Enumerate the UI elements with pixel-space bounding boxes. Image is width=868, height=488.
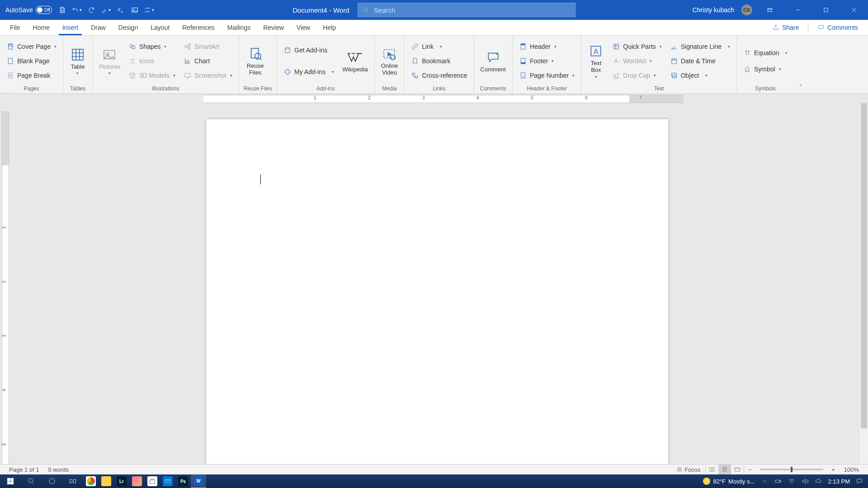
taskbar-chrome[interactable] — [83, 474, 99, 488]
web-layout-button[interactable] — [731, 465, 744, 474]
reuse-files-button[interactable]: Reuse Files — [244, 45, 267, 77]
search-box[interactable] — [358, 3, 576, 17]
taskbar-explorer[interactable] — [99, 474, 114, 488]
text-box-button[interactable]: A TextBox ▾ — [586, 42, 606, 80]
equation-dropdown[interactable]: ▾ — [783, 47, 789, 59]
cortana-button[interactable] — [42, 474, 62, 488]
insert-image-icon[interactable] — [129, 4, 141, 16]
online-video-button[interactable]: OnlineVideo — [379, 45, 400, 77]
link-dropdown[interactable]: ▾ — [437, 40, 444, 53]
bookmark-button[interactable]: Bookmark — [409, 55, 469, 67]
tab-view[interactable]: View — [290, 20, 316, 35]
get-addins-button[interactable]: Get Add-ins — [282, 44, 336, 56]
page[interactable] — [206, 119, 668, 488]
close-icon[interactable] — [844, 0, 864, 20]
tab-review[interactable]: Review — [257, 20, 290, 35]
zoom-slider-thumb[interactable] — [791, 467, 793, 472]
tray-chevron-up-icon[interactable] — [760, 477, 769, 485]
share-button[interactable]: Share — [772, 24, 799, 31]
ribbon-display-icon[interactable] — [760, 0, 780, 20]
redo-icon[interactable] — [85, 4, 97, 16]
cover-page-button[interactable]: Cover Page▾ — [5, 40, 58, 53]
taskbar-word[interactable]: W — [191, 474, 206, 488]
object-button[interactable]: Object — [668, 69, 701, 82]
customize-qat-icon[interactable]: ▾ — [143, 4, 155, 16]
save-icon[interactable] — [57, 4, 68, 16]
drop-cap-button[interactable]: A Drop Cap▾ — [610, 69, 663, 82]
footer-button[interactable]: Footer▾ — [517, 55, 576, 67]
ruler-vertical[interactable]: 1 2 3 4 5 — [0, 103, 11, 468]
collapse-ribbon-icon[interactable]: ˄ — [794, 36, 807, 94]
user-name[interactable]: Christy kubach — [692, 6, 734, 14]
tab-references[interactable]: References — [176, 20, 221, 35]
action-center-icon[interactable] — [855, 477, 863, 485]
tray-onedrive-icon[interactable] — [815, 477, 823, 485]
scrollbar-vertical[interactable] — [860, 103, 868, 468]
tab-home[interactable]: Home — [27, 20, 56, 35]
blank-page-button[interactable]: Blank Page — [5, 55, 58, 67]
undo-icon[interactable]: ▾ — [71, 4, 83, 16]
shapes-button[interactable]: Shapes▾ — [127, 40, 177, 53]
date-time-button[interactable]: Date & Time — [668, 55, 732, 67]
tab-file[interactable]: File — [4, 20, 27, 35]
link-button[interactable]: Link — [409, 40, 435, 53]
cross-reference-button[interactable]: Cross-reference — [409, 69, 469, 82]
taskbar-photos[interactable] — [129, 474, 145, 488]
comment-button[interactable]: Comment — [479, 48, 508, 74]
zoom-slider[interactable] — [760, 469, 823, 470]
tray-volume-icon[interactable] — [801, 477, 809, 485]
tab-layout[interactable]: Layout — [144, 20, 176, 35]
autosave-switch[interactable]: Off — [36, 6, 52, 14]
tray-battery-icon[interactable] — [774, 477, 782, 485]
comments-button[interactable]: Comments — [817, 24, 858, 31]
user-avatar[interactable]: CK — [741, 5, 752, 15]
icons-button[interactable]: Icons — [127, 55, 177, 67]
maximize-icon[interactable] — [816, 0, 836, 20]
brush-icon[interactable]: ▾ — [100, 4, 112, 16]
zoom-in-button[interactable]: + — [827, 466, 840, 473]
zoom-level[interactable]: 100% — [840, 466, 863, 473]
signature-line-dropdown[interactable]: ▾ — [725, 40, 732, 53]
quick-parts-button[interactable]: Quick Parts▾ — [610, 40, 663, 53]
object-dropdown[interactable]: ▾ — [703, 69, 709, 82]
tab-help[interactable]: Help — [316, 20, 342, 35]
pictures-button[interactable]: Pictures ▾ — [97, 46, 122, 77]
page-number-button[interactable]: # Page Number▾ — [517, 69, 576, 82]
my-addins-button[interactable]: My Add-ins — [282, 66, 327, 78]
minimize-icon[interactable] — [788, 0, 808, 20]
status-words[interactable]: 0 words — [44, 466, 74, 473]
scrollbar-thumb[interactable] — [861, 103, 867, 428]
signature-line-button[interactable]: Signature Line — [668, 40, 723, 53]
taskbar-lightroom[interactable]: Lr — [114, 474, 129, 488]
tray-wifi-icon[interactable] — [788, 477, 796, 485]
screenshot-button[interactable]: Screenshot▾ — [182, 69, 234, 82]
read-mode-button[interactable] — [706, 465, 718, 474]
print-layout-button[interactable] — [718, 465, 731, 474]
header-button[interactable]: Header▾ — [517, 40, 576, 53]
subscript-icon[interactable] — [114, 4, 126, 16]
3d-models-button[interactable]: 3D Models▾ — [127, 69, 177, 82]
page-break-button[interactable]: Page Break — [5, 69, 58, 82]
tab-design[interactable]: Design — [112, 20, 145, 35]
focus-mode-button[interactable]: Focus — [672, 466, 705, 473]
equation-button[interactable]: Equation — [741, 47, 781, 59]
chart-button[interactable]: Chart — [182, 55, 234, 67]
my-addins-dropdown[interactable]: ▾ — [329, 66, 336, 78]
smartart-button[interactable]: SmartArt — [182, 40, 234, 53]
tab-insert[interactable]: Insert — [56, 20, 85, 35]
taskbar-store[interactable] — [145, 474, 160, 488]
taskbar-clock[interactable]: 2:13 PM — [828, 478, 850, 485]
taskbar-mail[interactable] — [160, 474, 175, 488]
taskbar-search-button[interactable] — [21, 474, 42, 488]
wordart-button[interactable]: WordArt▾ — [610, 55, 663, 67]
start-button[interactable] — [0, 474, 21, 488]
search-input[interactable] — [373, 6, 571, 14]
autosave-toggle[interactable]: AutoSave Off — [4, 5, 54, 15]
table-button[interactable]: Table ▾ — [68, 46, 88, 77]
status-page[interactable]: Page 1 of 1 — [5, 466, 44, 473]
tab-draw[interactable]: Draw — [85, 20, 112, 35]
symbol-button[interactable]: Symbol▾ — [741, 63, 789, 75]
wikipedia-button[interactable]: Wikipedia — [340, 48, 369, 74]
taskbar-weather[interactable]: 82°F Mostly s... — [703, 478, 755, 485]
task-view-button[interactable] — [62, 474, 83, 488]
